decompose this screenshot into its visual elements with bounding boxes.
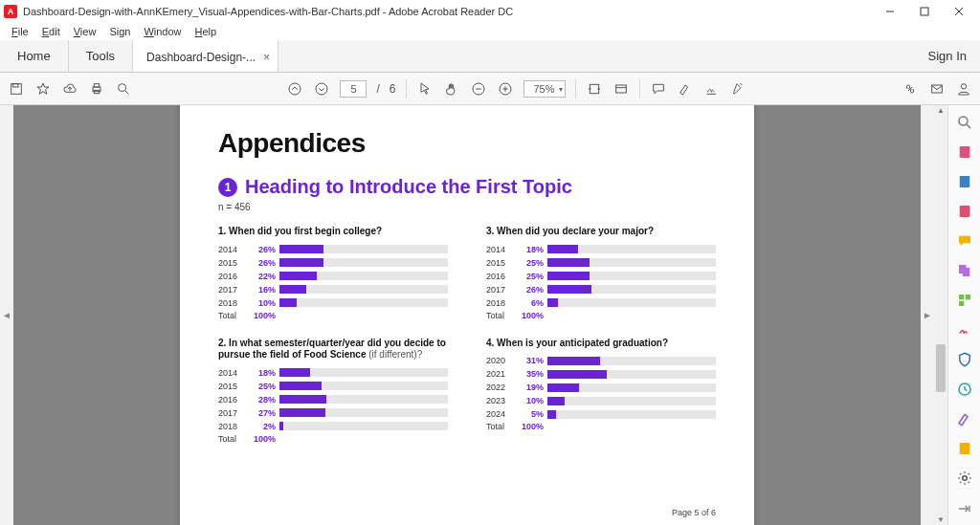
star-icon[interactable] [34, 80, 52, 98]
comment-icon[interactable] [650, 80, 667, 98]
organize-pages-icon[interactable] [955, 291, 974, 309]
tab-home[interactable]: Home [0, 40, 69, 72]
search-icon[interactable] [115, 80, 132, 98]
menu-window[interactable]: Window [138, 26, 187, 37]
svg-rect-10 [94, 83, 99, 86]
scroll-up-icon[interactable]: ▲ [934, 106, 947, 115]
chart-bar-track [279, 298, 448, 307]
compress-icon[interactable] [955, 381, 974, 399]
chart-row: 201526% [218, 257, 448, 269]
chart-q1: 1. When did you first begin college?2014… [218, 226, 448, 320]
svg-rect-30 [959, 176, 969, 187]
chart-value: 35% [515, 369, 547, 379]
maximize-button[interactable] [907, 0, 942, 23]
fit-width-icon[interactable] [586, 80, 603, 98]
zoom-level-select[interactable]: 75% [523, 80, 566, 98]
menu-edit[interactable]: Edit [36, 26, 66, 37]
chart-row: 201716% [218, 284, 448, 295]
chart-total-value: 100% [247, 434, 279, 444]
edit-pdf-icon[interactable] [955, 202, 974, 220]
cloud-upload-icon[interactable] [61, 80, 78, 98]
fill-sign-icon[interactable] [955, 410, 974, 428]
search-tool-icon[interactable] [955, 113, 974, 131]
chart-value: 25% [515, 258, 547, 268]
chart-value: 16% [247, 285, 279, 295]
window-title: Dashboard-Design-with-AnnKEmery_Visual-A… [23, 6, 513, 17]
chart-bar-track [279, 285, 448, 294]
chart-row: 201727% [218, 407, 448, 419]
stamp-icon[interactable] [730, 80, 747, 98]
chart-bar-fill [279, 285, 306, 294]
next-page-strip[interactable]: ► [921, 105, 934, 525]
combine-files-icon[interactable] [955, 261, 974, 279]
menu-file[interactable]: File [6, 26, 34, 37]
menu-view[interactable]: View [68, 26, 102, 37]
menu-help[interactable]: Help [189, 26, 223, 37]
read-mode-icon[interactable] [612, 80, 630, 98]
svg-rect-35 [965, 295, 969, 299]
save-icon[interactable] [8, 80, 25, 98]
highlight-icon[interactable] [677, 80, 694, 98]
sign-in-link[interactable]: Sign In [928, 49, 967, 63]
chart-bar-track [547, 245, 716, 253]
toolbar: 5 / 6 75% [0, 73, 980, 105]
chart-bar-track [279, 272, 448, 280]
link-icon[interactable] [902, 80, 919, 98]
chart-bar-fill [547, 298, 558, 307]
convert-icon[interactable] [955, 440, 974, 458]
page-down-icon[interactable] [313, 80, 330, 98]
chart-question: 4. When is your anticipated graduation? [486, 338, 716, 350]
svg-line-28 [967, 124, 970, 128]
sign-icon[interactable] [703, 80, 721, 98]
zoom-out-icon[interactable] [470, 80, 487, 98]
chart-category: 2021 [486, 369, 515, 379]
chart-bar-track [279, 408, 448, 417]
chart-row: 201726% [486, 284, 716, 295]
svg-rect-25 [932, 85, 943, 93]
chart-row: 202135% [486, 368, 716, 380]
sign-tool-icon[interactable] [955, 321, 974, 339]
document-viewer[interactable]: Appendices 1 Heading to Introduce the Fi… [13, 105, 921, 525]
chart-category: 2014 [218, 245, 247, 254]
close-button[interactable] [942, 0, 976, 23]
page-number-input[interactable]: 5 [340, 80, 367, 98]
more-tools-icon[interactable] [955, 470, 974, 488]
vertical-scrollbar[interactable]: ▲ ▼ [934, 105, 947, 525]
page-up-icon[interactable] [286, 80, 303, 98]
chart-category: 2017 [218, 408, 247, 418]
zoom-in-icon[interactable] [497, 80, 514, 98]
scroll-down-icon[interactable]: ▼ [934, 515, 947, 524]
pdf-page: Appendices 1 Heading to Introduce the Fi… [180, 105, 754, 525]
chart-question: 3. When did you declare your major? [486, 226, 716, 238]
tab-close-icon[interactable]: × [263, 51, 270, 64]
svg-point-39 [962, 476, 967, 481]
email-icon[interactable] [928, 80, 946, 98]
chart-value: 26% [247, 258, 279, 268]
scrollbar-thumb[interactable] [936, 344, 946, 392]
account-icon[interactable] [955, 80, 972, 98]
chart-bar-fill [547, 245, 578, 253]
menu-sign[interactable]: Sign [103, 26, 136, 37]
create-pdf-icon[interactable] [955, 172, 974, 190]
chart-total-row: Total100% [486, 422, 716, 431]
minimize-button[interactable] [873, 0, 907, 23]
hand-tool-icon[interactable] [443, 80, 460, 98]
tools-sidepane: ⇥ [947, 105, 980, 525]
export-pdf-icon[interactable] [955, 142, 974, 161]
prev-page-strip[interactable]: ◄ [0, 105, 13, 525]
comment-tool-icon[interactable] [955, 231, 974, 250]
print-icon[interactable] [88, 80, 105, 98]
tab-tools[interactable]: Tools [69, 40, 133, 72]
tab-document[interactable]: Dashboard-Design-... × [133, 40, 278, 72]
chart-bar-track [547, 258, 716, 267]
chart-bar-track [279, 382, 448, 390]
menubar: File Edit View Sign Window Help [0, 23, 980, 40]
chart-total-label: Total [218, 311, 247, 320]
chart-bar-fill [279, 245, 323, 253]
collapse-sidepane-icon[interactable]: ⇥ [955, 499, 974, 517]
pointer-icon[interactable] [416, 80, 434, 98]
svg-point-12 [119, 83, 126, 91]
chart-row: 201525% [218, 381, 448, 392]
protect-icon[interactable] [955, 351, 974, 369]
chart-bar-track [547, 397, 716, 405]
